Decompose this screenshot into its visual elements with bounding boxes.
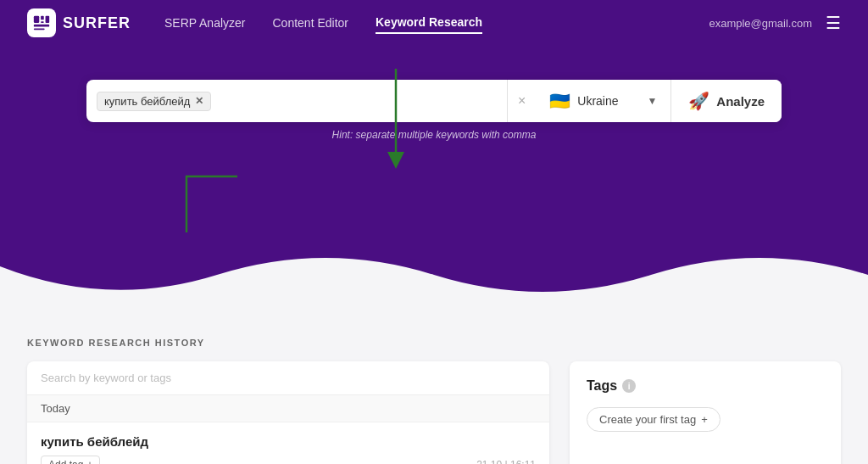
svg-rect-5: [34, 28, 45, 30]
svg-rect-1: [41, 16, 44, 20]
svg-rect-4: [34, 25, 49, 27]
navbar-right: example@gmail.com ☰: [709, 13, 841, 33]
main-content: KEYWORD RESEARCH HISTORY Search by keywo…: [0, 317, 868, 464]
analyze-label: Analyze: [716, 94, 765, 109]
search-input-area[interactable]: купить бейблейд ✕: [86, 80, 508, 122]
history-item-timestamp: 21.10 | 16:11: [476, 459, 536, 464]
nav-links: SERP Analyzer Content Editor Keyword Res…: [164, 12, 482, 34]
create-tag-button[interactable]: Create your first tag +: [587, 407, 721, 432]
nav-serp-analyzer[interactable]: SERP Analyzer: [164, 13, 245, 33]
search-area: купить бейблейд ✕ × 🇺🇦 Ukraine ▼ 🚀 Analy…: [0, 46, 868, 192]
svg-rect-3: [46, 16, 50, 23]
tags-panel: Tags i Create your first tag +: [570, 361, 841, 464]
user-email: example@gmail.com: [709, 17, 812, 30]
content-grid: Search by keyword or tags Today купить б…: [27, 361, 841, 464]
keyword-tag-close[interactable]: ✕: [195, 95, 203, 107]
hero-section: купить бейблейд ✕ × 🇺🇦 Ukraine ▼ 🚀 Analy…: [0, 46, 868, 232]
wave-decoration: [0, 232, 868, 317]
country-name: Ukraine: [577, 94, 640, 108]
rocket-icon: 🚀: [688, 91, 709, 111]
navbar: SURFER SERP Analyzer Content Editor Keyw…: [0, 0, 868, 46]
history-search-filter[interactable]: Search by keyword or tags: [27, 361, 549, 395]
search-hint: Hint: separate multiple keywords with co…: [332, 129, 537, 141]
history-panel: Search by keyword or tags Today купить б…: [27, 361, 549, 464]
search-bar: купить бейблейд ✕ × 🇺🇦 Ukraine ▼ 🚀 Analy…: [86, 80, 782, 122]
logo[interactable]: SURFER: [27, 8, 131, 37]
tags-header: Tags i: [587, 378, 824, 394]
nav-keyword-research[interactable]: Keyword Research: [376, 12, 482, 34]
history-item-title: купить бейблейд: [41, 434, 536, 449]
history-item-footer: Add tag + 21.10 | 16:11: [41, 456, 536, 464]
hamburger-menu[interactable]: ☰: [826, 13, 841, 33]
create-tag-label: Create your first tag: [599, 413, 696, 426]
svg-rect-0: [34, 16, 39, 23]
date-header-today: Today: [27, 395, 549, 422]
country-selector[interactable]: 🇺🇦 Ukraine ▼: [536, 80, 671, 122]
plus-icon: +: [701, 413, 708, 426]
tags-info-icon[interactable]: i: [622, 379, 636, 393]
add-tag-button[interactable]: Add tag +: [41, 456, 100, 464]
add-tag-label: Add tag: [48, 459, 83, 464]
search-clear-button[interactable]: ×: [508, 93, 536, 109]
country-flag: 🇺🇦: [549, 91, 570, 111]
keyword-tag: купить бейблейд ✕: [97, 92, 211, 111]
plus-icon: +: [86, 459, 92, 464]
svg-rect-2: [41, 21, 44, 23]
logo-icon: [27, 8, 56, 37]
analyze-button[interactable]: 🚀 Analyze: [671, 80, 782, 122]
tags-title: Tags: [587, 378, 617, 394]
nav-content-editor[interactable]: Content Editor: [272, 13, 348, 33]
section-title: KEYWORD RESEARCH HISTORY: [27, 338, 841, 348]
logo-text: SURFER: [63, 14, 131, 32]
keyword-tag-text: купить бейблейд: [104, 95, 190, 108]
chevron-down-icon: ▼: [647, 95, 657, 107]
history-item[interactable]: купить бейблейд Add tag + 21.10 | 16:11 …: [27, 422, 549, 464]
